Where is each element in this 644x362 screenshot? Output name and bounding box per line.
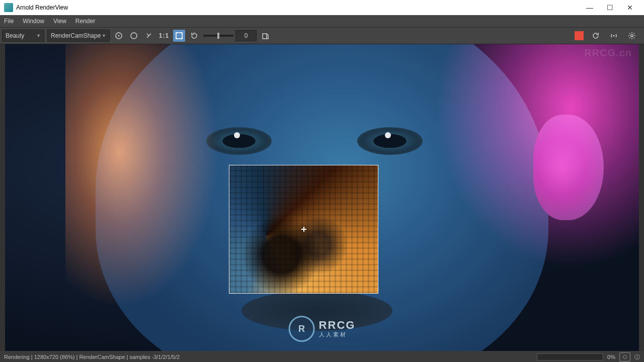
render-image: R RRCG 人人素材 RRCG.cn: [5, 44, 639, 351]
camera-dropdown[interactable]: RenderCamShape ▼: [47, 30, 110, 42]
warm-rim-light: [65, 44, 247, 351]
refresh-icon: [190, 32, 198, 40]
slider-track[interactable]: [203, 35, 233, 37]
watermark-subtext: 人人素材: [319, 331, 356, 338]
aov-dropdown[interactable]: Beauty ▼: [2, 30, 44, 42]
menubar: File Window View Render: [0, 15, 644, 28]
info-button[interactable]: ⓘ: [634, 353, 640, 361]
corner-handle[interactable]: [229, 287, 235, 294]
svg-point-1: [118, 35, 120, 37]
crop-region-icon: [175, 32, 183, 40]
pin-icon: [145, 32, 153, 40]
corner-watermark: RRCG.cn: [584, 47, 632, 59]
aov-value: Beauty: [6, 32, 24, 39]
snapshot-button[interactable]: [143, 30, 155, 42]
log-display-button[interactable]: [260, 30, 272, 42]
toolbar: Beauty ▼ RenderCamShape ▼ 1:1 0: [0, 28, 644, 44]
watermark: R RRCG 人人素材: [289, 316, 356, 342]
exposure-value[interactable]: 0: [235, 30, 257, 41]
progress-bar: [537, 353, 603, 360]
menu-view[interactable]: View: [53, 18, 66, 25]
svg-rect-4: [263, 34, 267, 39]
snapshot-camera-button[interactable]: [619, 352, 630, 361]
chevron-down-icon: ▼: [102, 33, 106, 38]
menu-render[interactable]: Render: [75, 18, 95, 25]
camera-value: RenderCamShape: [51, 32, 101, 39]
statusbar: Rendering | 644x362 (86%) | RenderCamSh…: [0, 351, 644, 362]
crosshair-icon: [301, 227, 306, 232]
ipr-pause-button[interactable]: [608, 30, 620, 42]
pink-rim-light: [413, 44, 639, 296]
gear-icon: [628, 32, 636, 40]
log-icon: [262, 32, 270, 40]
maximize-button[interactable]: ☐: [600, 0, 620, 15]
svg-point-6: [631, 35, 633, 37]
app-logo-icon: [4, 3, 13, 12]
progress-percent: 0%: [607, 354, 615, 360]
viewport[interactable]: R RRCG 人人素材 RRCG.cn: [0, 44, 644, 351]
window-title: Arnold RenderView: [16, 4, 580, 11]
minimize-button[interactable]: —: [580, 0, 600, 15]
circle-dot-icon: [115, 32, 123, 40]
settings-button[interactable]: [626, 30, 638, 42]
corner-handle[interactable]: [372, 165, 378, 171]
exposure-slider[interactable]: 0: [203, 30, 257, 41]
slider-thumb[interactable]: [217, 33, 219, 39]
refresh-icon: [592, 32, 600, 40]
status-text: Rendering | 644x362 (86%) | RenderCamSh…: [4, 354, 180, 360]
close-button[interactable]: ✕: [620, 0, 640, 15]
broadcast-icon: [610, 32, 618, 40]
svg-point-2: [131, 33, 137, 39]
watermark-badge: R: [289, 316, 315, 342]
toolbar-right: [575, 30, 642, 42]
zoom-actual-button[interactable]: 1:1: [158, 30, 170, 42]
watermark-text: RRCG: [319, 320, 356, 331]
menu-file[interactable]: File: [4, 18, 14, 25]
titlebar: Arnold RenderView — ☐ ✕: [0, 0, 644, 15]
rgb-icon: [130, 32, 138, 40]
ipr-refresh-button[interactable]: [590, 30, 602, 42]
render-region-box[interactable]: [229, 165, 378, 294]
isolate-select-button[interactable]: [113, 30, 125, 42]
refresh-render-button[interactable]: [188, 30, 200, 42]
chevron-down-icon: ▼: [36, 33, 41, 38]
render-region-button[interactable]: [173, 30, 185, 42]
rgb-channel-button[interactable]: [128, 30, 140, 42]
svg-point-5: [613, 35, 615, 37]
svg-rect-3: [176, 33, 182, 39]
stop-render-button[interactable]: [575, 31, 584, 40]
menu-window[interactable]: Window: [23, 18, 44, 25]
